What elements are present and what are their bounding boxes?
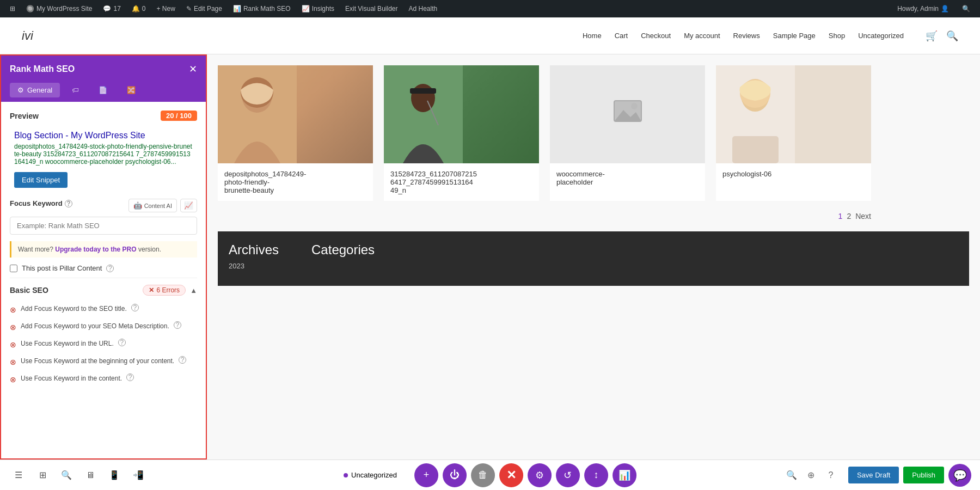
search-tool-button[interactable]: 🔍	[57, 465, 76, 485]
page-next[interactable]: Next	[855, 212, 871, 220]
menu-tool-button[interactable]: ☰	[9, 465, 28, 485]
bottom-center-fabs: Uncategorized + ⏻ 🗑 ✕ ⚙ ↺ ↕ 📊	[344, 463, 636, 487]
error-x-icon: ✕	[149, 286, 154, 294]
check-help-4[interactable]: ?	[179, 356, 186, 364]
blog-grid: depositphotos_14784249-photo-friendly-br…	[218, 65, 871, 201]
wp-icon: ⊞	[10, 5, 15, 13]
comments-link[interactable]: 💬 17	[97, 0, 126, 17]
page-1[interactable]: 1	[838, 212, 843, 220]
ad-health-link[interactable]: Ad Health	[403, 0, 443, 17]
tab-social[interactable]: 📄	[91, 83, 115, 97]
tab-general[interactable]: ⚙ General	[10, 83, 60, 97]
insights-link[interactable]: 📈 Insights	[296, 0, 340, 17]
notifications-link[interactable]: 🔔 0	[126, 0, 151, 17]
power-fab-button[interactable]: ⏻	[443, 463, 467, 487]
search-nav-icon[interactable]: 🔍	[946, 30, 958, 42]
admin-search-btn[interactable]: 🔍	[957, 0, 976, 17]
seo-check-item: ⊗ Use Focus Keyword at the beginning of …	[10, 353, 197, 371]
mobile-view-button[interactable]: 📲	[128, 465, 148, 485]
focus-keyword-input[interactable]	[10, 217, 197, 235]
trend-button[interactable]: 📈	[180, 199, 197, 212]
svg-point-4	[411, 84, 435, 112]
error-icon-2: ⊗	[10, 322, 16, 333]
nav-home[interactable]: Home	[583, 32, 602, 40]
check-help-3[interactable]: ?	[118, 339, 126, 346]
help-icon[interactable]: ?	[822, 467, 840, 484]
chart-fab-button[interactable]: 📊	[612, 463, 636, 487]
nav-my-account[interactable]: My account	[684, 32, 720, 40]
page-2[interactable]: 2	[847, 212, 851, 220]
blog-card-1[interactable]: depositphotos_14784249-photo-friendly-br…	[218, 65, 373, 201]
pillar-content-checkbox[interactable]	[10, 265, 17, 272]
errors-badge: ✕ 6 Errors	[143, 285, 186, 296]
chart-icon: 📊	[233, 5, 241, 13]
zoom-icon[interactable]: 🔍	[783, 467, 800, 484]
rank-math-tabs: ⚙ General 🏷 📄 🔀	[1, 83, 206, 102]
edit-snippet-button[interactable]: Edit Snippet	[14, 172, 68, 188]
blog-image-4	[716, 65, 871, 163]
error-icon-5: ⊗	[10, 374, 16, 385]
nav-checkout[interactable]: Checkout	[641, 32, 671, 40]
cart-icon[interactable]: 🛒	[926, 30, 938, 42]
tab-schema[interactable]: 🔀	[119, 83, 143, 97]
add-fab-button[interactable]: +	[414, 463, 438, 487]
rank-math-header: Rank Math SEO ✕	[1, 56, 206, 83]
tablet-view-button[interactable]: 📱	[105, 465, 124, 485]
blog-card-4[interactable]: psychologist-06	[716, 65, 871, 201]
pillar-content-label: This post is Pillar Content	[22, 264, 102, 272]
publish-button[interactable]: Publish	[903, 467, 944, 483]
svg-point-10	[631, 103, 638, 109]
settings-fab-button[interactable]: ⚙	[528, 463, 552, 487]
tab-snippet[interactable]: 🏷	[64, 83, 87, 97]
new-content-link[interactable]: + New	[151, 0, 181, 17]
reorder-fab-button[interactable]: ↕	[584, 463, 608, 487]
chat-widget[interactable]: 💬	[948, 464, 971, 487]
comments-icon: 💬	[103, 5, 111, 13]
upgrade-link[interactable]: Upgrade today to the PRO	[55, 246, 136, 253]
nav-icons: 🛒 🔍	[926, 30, 958, 42]
bell-icon: 🔔	[132, 5, 140, 13]
delete-fab-button[interactable]: 🗑	[471, 463, 495, 487]
save-draft-button[interactable]: Save Draft	[848, 467, 899, 483]
grid-tool-button[interactable]: ⊞	[33, 465, 52, 485]
blog-image-1	[218, 65, 373, 163]
seo-check-item: ⊗ Add Focus Keyword to the SEO title. ?	[10, 301, 197, 318]
pillar-help-icon[interactable]: ?	[106, 265, 114, 272]
close-fab-button[interactable]: ✕	[499, 463, 523, 487]
upgrade-notice: Want more? Upgrade today to the PRO vers…	[10, 241, 197, 258]
nav-shop[interactable]: Shop	[829, 32, 845, 40]
rank-math-link[interactable]: 📊 Rank Math SEO	[228, 0, 296, 17]
wp-logo[interactable]: ⊞	[4, 0, 21, 17]
check-help-2[interactable]: ?	[174, 321, 181, 329]
exit-builder-link[interactable]: Exit Visual Builder	[340, 0, 403, 17]
focus-keyword-label: Focus Keyword ?	[10, 199, 72, 207]
collapse-button[interactable]: ▲	[190, 286, 197, 295]
preview-title[interactable]: Blog Section - My WordPress Site	[14, 131, 193, 140]
focus-keyword-help-icon[interactable]: ?	[65, 200, 72, 207]
history-fab-button[interactable]: ↺	[556, 463, 580, 487]
howdy-link[interactable]: Howdy, Admin 👤	[892, 0, 954, 17]
check-help-1[interactable]: ?	[131, 304, 139, 311]
rank-math-panel: Rank Math SEO ✕ ⚙ General 🏷 📄 🔀 Preview …	[0, 54, 207, 460]
dark-section: Archives 2023 Categories	[218, 231, 969, 286]
layers-icon[interactable]: ⊕	[803, 467, 820, 484]
archives-title: Archives	[229, 242, 279, 258]
bottom-toolbar: ☰ ⊞ 🔍 🖥 📱 📲 Uncategorized + ⏻ 🗑 ✕ ⚙ ↺ ↕ …	[0, 460, 980, 490]
archives-section: Archives 2023	[229, 242, 279, 270]
categories-section: Categories	[311, 242, 375, 270]
rank-math-body: Preview 20 / 100 Blog Section - My WordP…	[1, 102, 206, 458]
nav-reviews[interactable]: Reviews	[733, 32, 760, 40]
desktop-view-button[interactable]: 🖥	[81, 465, 100, 485]
basic-seo-title: Basic SEO	[10, 286, 48, 295]
blog-card-3[interactable]: woocommerce-placeholder	[550, 65, 705, 201]
close-panel-button[interactable]: ✕	[189, 63, 197, 75]
nav-sample-page[interactable]: Sample Page	[773, 32, 816, 40]
chat-icon: 💬	[953, 469, 967, 482]
check-help-5[interactable]: ?	[126, 373, 134, 381]
edit-page-link[interactable]: ✎ Edit Page	[181, 0, 228, 17]
nav-cart[interactable]: Cart	[615, 32, 628, 40]
content-ai-button[interactable]: 🤖 Content AI	[128, 199, 177, 212]
site-name-link[interactable]: 🔘 My WordPress Site	[21, 0, 97, 17]
nav-uncategorized[interactable]: Uncategorized	[858, 32, 904, 40]
blog-card-2[interactable]: 315284723_6112070872156417_2787459991513…	[384, 65, 539, 201]
